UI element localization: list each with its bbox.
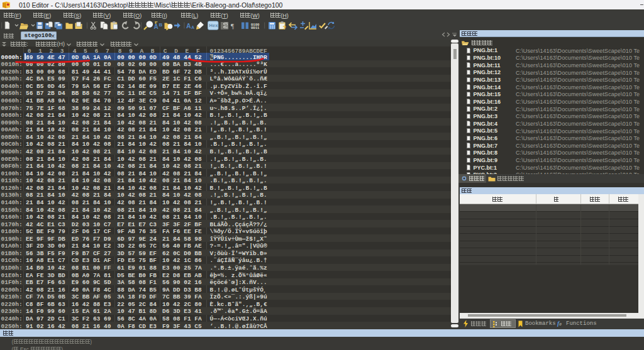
svg-text:A: A (186, 22, 191, 30)
svg-text:A: A (154, 23, 158, 30)
svg-text:Hex: Hex (209, 23, 219, 28)
svg-text:B: B (159, 22, 163, 28)
svg-text:?: ? (283, 25, 287, 31)
svg-text:0011: 0011 (251, 26, 260, 30)
svg-text:A: A (191, 25, 194, 30)
svg-text:¶: ¶ (231, 22, 234, 30)
